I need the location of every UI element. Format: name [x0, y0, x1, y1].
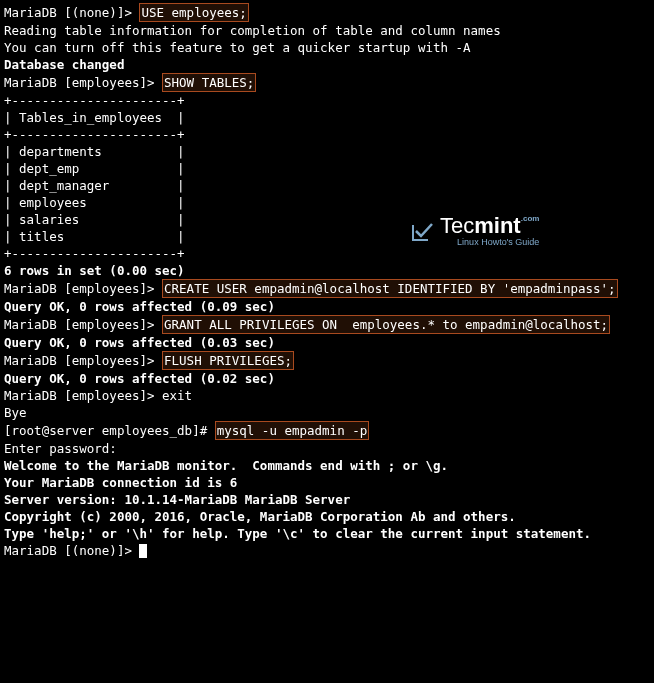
- table-row: | departments |: [4, 143, 650, 160]
- table-row: | titles |: [4, 228, 650, 245]
- table-border: +----------------------+: [4, 126, 650, 143]
- highlighted-command: mysql -u empadmin -p: [215, 421, 370, 440]
- tecmint-logo: Tecmint.com Linux Howto's Guide: [410, 215, 539, 247]
- output-line: Enter password:: [4, 440, 650, 457]
- table-row: | dept_manager |: [4, 177, 650, 194]
- terminal-output[interactable]: MariaDB [(none)]> USE employees; Reading…: [4, 3, 650, 559]
- logo-tagline: Linux Howto's Guide: [440, 238, 539, 247]
- table-row: | salaries |: [4, 211, 650, 228]
- output-line: Server version: 10.1.14-MariaDB MariaDB …: [4, 491, 650, 508]
- output-line: Reading table information for completion…: [4, 22, 650, 39]
- output-line: Query OK, 0 rows affected (0.09 sec): [4, 298, 650, 315]
- prompt-text: MariaDB [employees]>: [4, 281, 162, 296]
- logo-wordmark: Tecmint.com: [440, 215, 539, 237]
- table-header: | Tables_in_employees |: [4, 109, 650, 126]
- output-line: Database changed: [4, 56, 650, 73]
- prompt-text: [root@server employees_db]#: [4, 423, 215, 438]
- output-line: You can turn off this feature to get a q…: [4, 39, 650, 56]
- prompt-text: MariaDB [(none)]>: [4, 5, 139, 20]
- output-line: Type 'help;' or '\h' for help. Type '\c'…: [4, 525, 650, 542]
- output-line: Copyright (c) 2000, 2016, Oracle, MariaD…: [4, 508, 650, 525]
- prompt-text: MariaDB [employees]>: [4, 75, 162, 90]
- output-line: 6 rows in set (0.00 sec): [4, 262, 650, 279]
- output-line: Bye: [4, 404, 650, 421]
- prompt-text: MariaDB [(none)]>: [4, 543, 139, 558]
- prompt-text: MariaDB [employees]>: [4, 317, 162, 332]
- highlighted-command: USE employees;: [139, 3, 248, 22]
- table-row: | employees |: [4, 194, 650, 211]
- terminal-cursor[interactable]: [139, 544, 147, 558]
- output-line: Welcome to the MariaDB monitor. Commands…: [4, 457, 650, 474]
- table-border: +----------------------+: [4, 245, 650, 262]
- output-line: Query OK, 0 rows affected (0.02 sec): [4, 370, 650, 387]
- tecmint-check-icon: [410, 219, 434, 243]
- output-line: MariaDB [employees]> exit: [4, 387, 650, 404]
- table-row: | dept_emp |: [4, 160, 650, 177]
- highlighted-command: GRANT ALL PRIVILEGES ON employees.* to e…: [162, 315, 610, 334]
- highlighted-command: CREATE USER empadmin@localhost IDENTIFIE…: [162, 279, 618, 298]
- highlighted-command: FLUSH PRIVILEGES;: [162, 351, 294, 370]
- output-line: Query OK, 0 rows affected (0.03 sec): [4, 334, 650, 351]
- prompt-text: MariaDB [employees]>: [4, 353, 162, 368]
- highlighted-command: SHOW TABLES;: [162, 73, 256, 92]
- table-border: +----------------------+: [4, 92, 650, 109]
- output-line: Your MariaDB connection id is 6: [4, 474, 650, 491]
